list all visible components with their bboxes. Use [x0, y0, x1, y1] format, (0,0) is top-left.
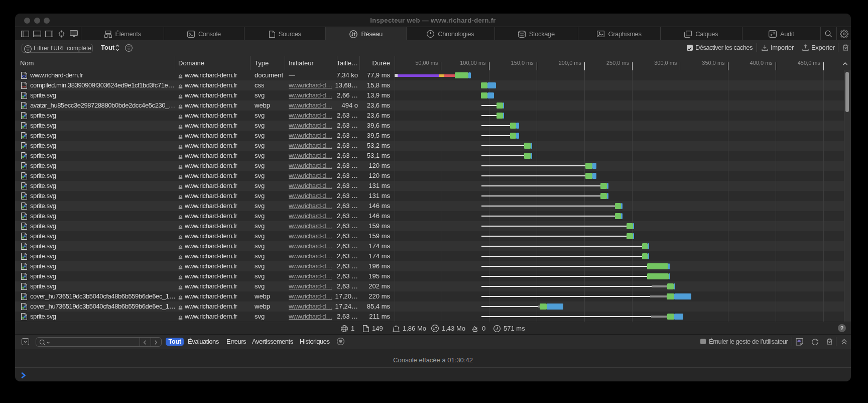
svg-text:css: css — [22, 85, 26, 88]
svg-text:JS: JS — [797, 339, 801, 342]
